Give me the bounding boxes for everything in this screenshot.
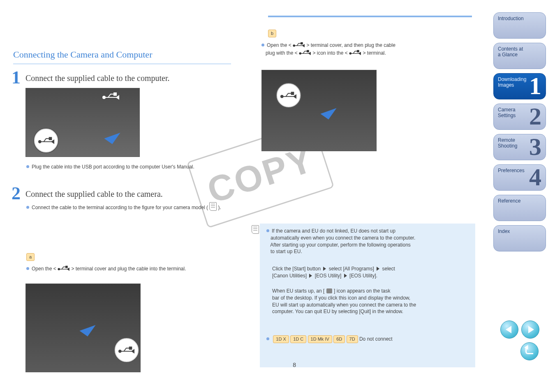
step-2-bullet: Connect the cable to the terminal accord… bbox=[26, 202, 232, 213]
usb-callout-circle bbox=[276, 83, 301, 108]
usb-icon bbox=[349, 49, 361, 56]
svg-rect-15 bbox=[291, 92, 294, 95]
model-badge: 1D X bbox=[273, 335, 289, 343]
usb-icon bbox=[102, 91, 120, 101]
usb-icon bbox=[58, 265, 70, 272]
model-badge: 7D bbox=[347, 335, 358, 343]
svg-point-4 bbox=[58, 268, 60, 270]
nav-contents[interactable]: Contents ata Glance bbox=[493, 43, 546, 69]
heading-rule bbox=[13, 64, 231, 64]
badge-b: b bbox=[268, 30, 276, 37]
usb-callout-circle bbox=[33, 128, 59, 153]
note-icon bbox=[209, 202, 217, 211]
svg-rect-9 bbox=[301, 42, 303, 44]
triangle-right-icon bbox=[309, 274, 312, 278]
svg-rect-13 bbox=[357, 50, 359, 52]
note-para-1: If the camera and EU do not linked, EU d… bbox=[266, 228, 472, 255]
svg-point-10 bbox=[299, 53, 301, 54]
group-b: b bbox=[268, 30, 478, 37]
svg-point-2 bbox=[39, 141, 41, 143]
arrow-icon bbox=[79, 319, 95, 337]
svg-point-0 bbox=[103, 96, 105, 99]
app-icon bbox=[326, 288, 333, 294]
step-1-title: Connect the supplied cable to the comput… bbox=[25, 72, 227, 84]
note-para-2: When EU starts up, an [ ] icon appears o… bbox=[272, 288, 474, 315]
svg-rect-16 bbox=[326, 288, 332, 293]
nav-index[interactable]: Index bbox=[493, 225, 546, 251]
triangle-right-icon bbox=[377, 267, 379, 271]
section-heading-wrap: Connecting the Camera and Computer bbox=[13, 48, 231, 64]
nav-introduction[interactable]: Introduction bbox=[493, 12, 546, 39]
group-a-text: Open the < > terminal cover and plug the… bbox=[26, 265, 232, 272]
nav-chapter-3[interactable]: RemoteShooting3 bbox=[493, 134, 546, 160]
triangle-right-icon bbox=[323, 267, 326, 271]
note-icon-wrap bbox=[252, 225, 259, 236]
model-badge: 1D C bbox=[290, 335, 306, 343]
section-heading: Connecting the Camera and Computer bbox=[13, 48, 231, 61]
svg-rect-3 bbox=[49, 137, 52, 140]
return-button[interactable] bbox=[520, 342, 539, 360]
svg-rect-7 bbox=[130, 347, 132, 349]
svg-rect-11 bbox=[307, 50, 309, 52]
svg-point-8 bbox=[293, 45, 295, 46]
figure-usb-computer bbox=[25, 88, 140, 157]
next-page-button[interactable] bbox=[521, 321, 539, 339]
model-badge: 1D Mk IV bbox=[308, 335, 332, 343]
svg-point-12 bbox=[349, 53, 351, 54]
group-b-text: Open the < > terminal cover, and then pl… bbox=[261, 41, 475, 57]
step-2-title: Connect the supplied cable to the camera… bbox=[25, 188, 227, 200]
usb-icon bbox=[299, 49, 311, 56]
note-badge-row: 1D X 1D C 1D Mk IV 6D 7D Do not connect bbox=[266, 335, 472, 343]
triangle-right-icon bbox=[344, 274, 347, 278]
nav-chapter-2[interactable]: CameraSettings2 bbox=[493, 104, 546, 130]
svg-point-6 bbox=[119, 350, 121, 353]
step-number-1: 1 bbox=[12, 65, 21, 90]
prev-page-button[interactable] bbox=[500, 321, 518, 339]
usb-icon bbox=[293, 41, 305, 48]
note-icon bbox=[252, 225, 259, 234]
svg-rect-1 bbox=[114, 93, 116, 95]
nav-chapter-4[interactable]: Preferences4 bbox=[493, 164, 546, 191]
step-1-bullet: Plug the cable into the USB port accordi… bbox=[26, 164, 228, 171]
page-number: 8 bbox=[293, 361, 296, 369]
step-number-2: 2 bbox=[12, 181, 21, 206]
nav-reference[interactable]: Reference bbox=[493, 195, 546, 221]
svg-point-14 bbox=[281, 95, 283, 98]
arrow-icon bbox=[104, 127, 120, 144]
figure-camera-usb-b bbox=[261, 70, 377, 151]
page-nav-controls bbox=[500, 320, 540, 363]
group-a: a bbox=[26, 253, 232, 261]
arrow-icon bbox=[320, 102, 336, 120]
badge-a: a bbox=[26, 253, 35, 261]
nav-chapter-1[interactable]: DownloadingImages1 bbox=[493, 73, 546, 99]
model-badge: 6D bbox=[333, 335, 345, 343]
chapter-nav: Introduction Contents ata Glance Downloa… bbox=[493, 12, 547, 256]
usb-callout-circle bbox=[114, 337, 139, 363]
figure-camera-usb-a bbox=[25, 284, 141, 372]
svg-rect-5 bbox=[66, 266, 67, 267]
right-top-rule bbox=[268, 16, 472, 17]
note-path: Click the [Start] button select [All Pro… bbox=[272, 265, 474, 279]
